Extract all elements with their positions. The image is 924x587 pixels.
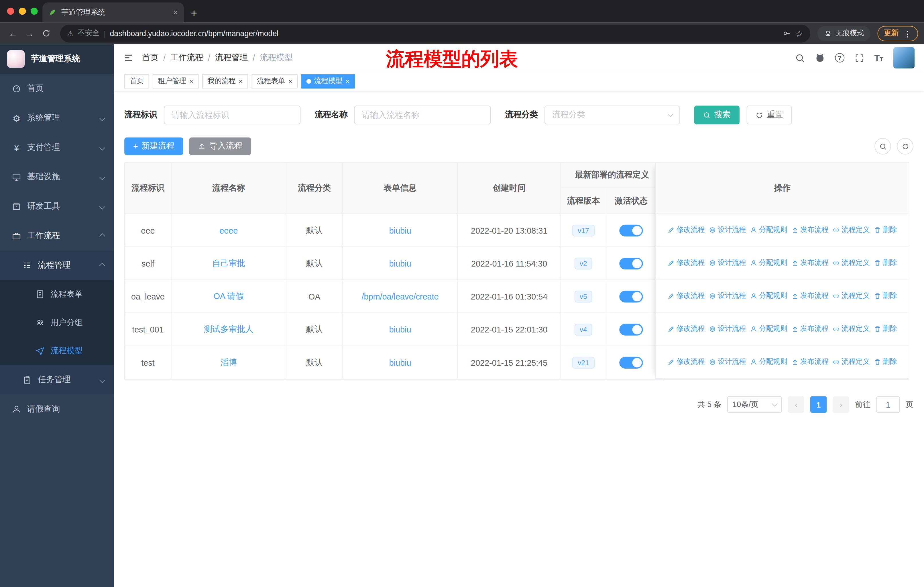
sidebar-logo[interactable]: 芋道管理系统 — [0, 44, 114, 74]
process-name-input[interactable] — [354, 106, 491, 124]
browser-tab[interactable]: 芋道管理系统 × — [42, 2, 184, 22]
action-edit-button[interactable]: 修改流程 — [668, 225, 705, 235]
sidebar-item-workflow[interactable]: 工作流程 — [0, 221, 114, 251]
action-delete-button[interactable]: 删除 — [874, 291, 897, 301]
sidebar-item-process-management[interactable]: 流程管理 — [0, 251, 114, 280]
active-toggle[interactable] — [619, 257, 643, 269]
goto-page-input[interactable] — [876, 397, 900, 413]
minimize-window-button[interactable] — [19, 8, 26, 15]
action-edit-button[interactable]: 修改流程 — [668, 324, 705, 334]
create-process-button[interactable]: + 新建流程 — [124, 137, 183, 155]
action-design-button[interactable]: 设计流程 — [709, 258, 746, 268]
breadcrumb-item-process-management[interactable]: 流程管理 — [215, 53, 248, 63]
action-delete-button[interactable]: 删除 — [874, 225, 897, 235]
process-name-link[interactable]: 测试多审批人 — [204, 324, 254, 335]
reset-button[interactable]: 重置 — [747, 106, 792, 124]
back-button[interactable]: ← — [6, 28, 20, 38]
active-toggle[interactable] — [619, 357, 643, 368]
close-icon[interactable]: × — [239, 78, 243, 85]
import-process-button[interactable]: 导入流程 — [189, 137, 251, 155]
action-design-button[interactable]: 设计流程 — [709, 324, 746, 334]
sidebar-item-task-management[interactable]: 任务管理 — [0, 365, 114, 395]
action-design-button[interactable]: 设计流程 — [709, 291, 746, 301]
process-category-select[interactable]: 流程分类 — [544, 106, 680, 124]
active-toggle[interactable] — [619, 290, 643, 302]
action-design-button[interactable]: 设计流程 — [709, 225, 746, 235]
font-size-icon[interactable]: TT — [874, 53, 883, 62]
close-window-button[interactable] — [7, 8, 14, 15]
action-definition-button[interactable]: 流程定义 — [833, 291, 870, 301]
forward-button[interactable]: → — [22, 28, 36, 38]
version-badge[interactable]: v21 — [572, 357, 594, 368]
process-name-link[interactable]: 滔博 — [220, 357, 237, 368]
new-tab-button[interactable]: + — [191, 8, 197, 18]
tag-home[interactable]: 首页 — [124, 74, 149, 88]
sidebar-item-home[interactable]: 首页 — [0, 74, 114, 103]
action-design-button[interactable]: 设计流程 — [709, 357, 746, 367]
sidebar-item-process-form[interactable]: 流程表单 — [0, 280, 114, 308]
action-publish-button[interactable]: 发布流程 — [791, 357, 828, 367]
form-info-link[interactable]: /bpm/oa/leave/create — [361, 291, 439, 301]
action-delete-button[interactable]: 删除 — [874, 324, 897, 334]
update-chrome-button[interactable]: 更新 ⋮ — [877, 25, 918, 41]
process-name-link[interactable]: OA 请假 — [213, 291, 244, 301]
collapse-sidebar-button[interactable] — [123, 53, 134, 63]
action-assign-button[interactable]: 分配规则 — [750, 225, 787, 235]
search-icon[interactable] — [795, 53, 805, 63]
version-badge[interactable]: v5 — [574, 290, 592, 302]
tag-tenant-management[interactable]: 租户管理 × — [153, 74, 199, 88]
refresh-table-button[interactable] — [897, 138, 913, 154]
prev-page-button[interactable]: ‹ — [788, 397, 805, 413]
action-definition-button[interactable]: 流程定义 — [833, 258, 870, 268]
action-publish-button[interactable]: 发布流程 — [791, 291, 828, 301]
search-button[interactable]: 搜索 — [694, 106, 739, 124]
sidebar-item-user-group[interactable]: 用户分组 — [0, 308, 114, 337]
action-assign-button[interactable]: 分配规则 — [750, 258, 787, 268]
close-tab-icon[interactable]: × — [173, 8, 178, 17]
tag-process-form[interactable]: 流程表单 × — [252, 74, 298, 88]
action-assign-button[interactable]: 分配规则 — [750, 291, 787, 301]
action-edit-button[interactable]: 修改流程 — [668, 291, 705, 301]
help-icon[interactable]: ? — [835, 53, 844, 63]
page-size-select[interactable]: 10条/页 — [727, 397, 782, 413]
action-publish-button[interactable]: 发布流程 — [791, 324, 828, 334]
form-info-link[interactable]: biubiu — [389, 358, 411, 367]
next-page-button[interactable]: › — [833, 397, 849, 413]
action-edit-button[interactable]: 修改流程 — [668, 357, 705, 367]
user-avatar[interactable] — [893, 47, 914, 68]
action-assign-button[interactable]: 分配规则 — [750, 357, 787, 367]
action-delete-button[interactable]: 删除 — [874, 258, 897, 268]
browser-menu-icon[interactable]: ⋮ — [903, 29, 912, 38]
fullscreen-icon[interactable] — [855, 53, 865, 63]
action-publish-button[interactable]: 发布流程 — [791, 258, 828, 268]
close-icon[interactable]: × — [288, 78, 292, 85]
version-badge[interactable]: v17 — [572, 225, 594, 236]
maximize-window-button[interactable] — [31, 8, 38, 15]
tag-my-process[interactable]: 我的流程 × — [202, 74, 248, 88]
active-toggle[interactable] — [619, 225, 643, 236]
sidebar-item-process-model[interactable]: 流程模型 — [0, 337, 114, 365]
action-publish-button[interactable]: 发布流程 — [791, 225, 828, 235]
page-number-button[interactable]: 1 — [810, 397, 827, 413]
sidebar-item-devtools[interactable]: 研发工具 — [0, 192, 114, 221]
action-definition-button[interactable]: 流程定义 — [833, 225, 870, 235]
reload-button[interactable] — [39, 29, 53, 38]
active-toggle[interactable] — [619, 323, 643, 335]
sidebar-item-payment[interactable]: ¥ 支付管理 — [0, 133, 114, 162]
url-text[interactable]: dashboard.yudao.iocoder.cn/bpm/manager/m… — [110, 29, 778, 38]
form-info-link[interactable]: biubiu — [389, 258, 411, 268]
process-name-link[interactable]: eeee — [219, 226, 238, 235]
version-badge[interactable]: v4 — [574, 323, 592, 335]
breadcrumb-item-workflow[interactable]: 工作流程 — [170, 53, 203, 63]
process-name-link[interactable]: 自己审批 — [212, 258, 245, 269]
tag-process-model[interactable]: 流程模型 × — [301, 74, 355, 88]
sidebar-item-leave-query[interactable]: 请假查询 — [0, 394, 114, 424]
action-definition-button[interactable]: 流程定义 — [833, 324, 870, 334]
close-icon[interactable]: × — [189, 78, 193, 85]
action-delete-button[interactable]: 删除 — [874, 357, 897, 367]
show-search-button[interactable] — [874, 138, 891, 154]
password-key-button[interactable] — [782, 29, 791, 38]
address-bar[interactable]: ⚠ 不安全 | dashboard.yudao.iocoder.cn/bpm/m… — [60, 24, 810, 42]
security-label[interactable]: 不安全 — [78, 28, 100, 38]
bookmark-star-button[interactable]: ☆ — [795, 29, 804, 38]
